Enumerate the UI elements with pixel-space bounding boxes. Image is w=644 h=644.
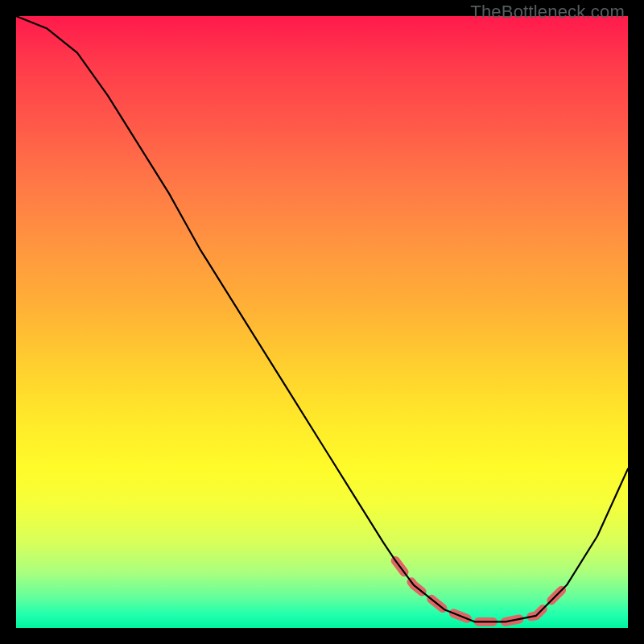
chart-plot-area: [16, 16, 628, 628]
chart-svg: [16, 16, 628, 628]
bottleneck-curve-path: [16, 16, 628, 621]
watermark-text: TheBottleneck.com: [470, 2, 625, 23]
chart-frame: TheBottleneck.com: [0, 0, 644, 644]
